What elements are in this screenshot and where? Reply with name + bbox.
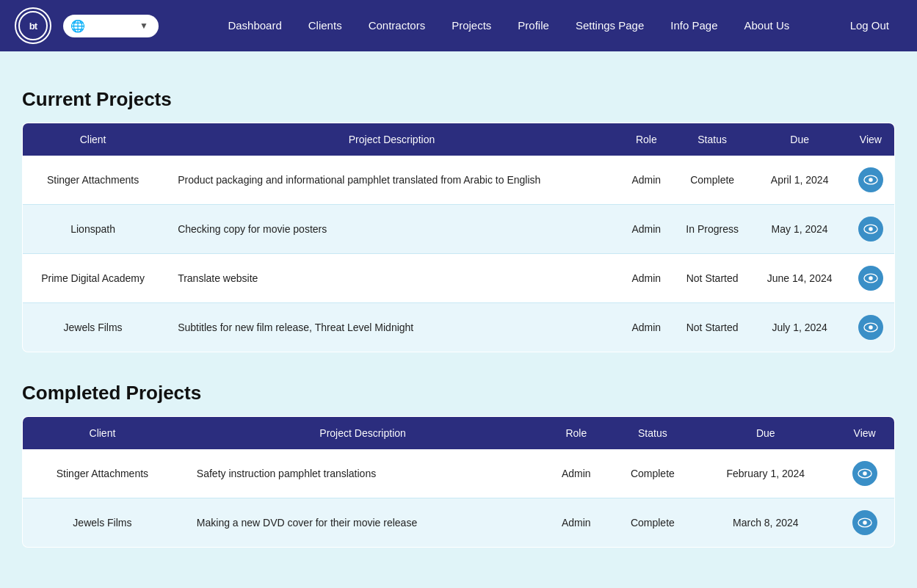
cell-due: June 14, 2024: [753, 254, 847, 303]
cell-status: Not Started: [673, 303, 753, 352]
current-projects-title: Current Projects: [22, 88, 895, 111]
cell-client: Stinger Attachments: [23, 449, 182, 498]
cell-description: Product packaging and informational pamp…: [163, 156, 620, 205]
view-button[interactable]: [852, 510, 877, 535]
svg-point-7: [869, 276, 872, 280]
svg-point-3: [869, 178, 872, 181]
cell-description: Safety instruction pamphlet translations: [182, 449, 543, 498]
nav-item-clients[interactable]: Clients: [295, 19, 355, 32]
col-view-c: View: [835, 417, 894, 450]
col-status: Status: [673, 123, 753, 156]
cell-role: Admin: [620, 156, 673, 205]
svg-point-13: [863, 520, 866, 524]
view-button[interactable]: [858, 167, 883, 192]
nav-link-settings[interactable]: Settings Page: [562, 19, 657, 32]
completed-table-header-row: Client Project Description Role Status D…: [23, 417, 895, 450]
nav-item-projects[interactable]: Projects: [438, 19, 504, 32]
cell-view[interactable]: [835, 498, 894, 548]
cell-view[interactable]: [847, 303, 895, 352]
nav-item-profile[interactable]: Profile: [504, 19, 562, 32]
current-table-header-row: Client Project Description Role Status D…: [23, 123, 895, 156]
view-button[interactable]: [858, 266, 883, 291]
cell-status: In Progress: [673, 205, 753, 254]
cell-description: Translate website: [163, 254, 620, 303]
cell-due: February 1, 2024: [696, 449, 835, 498]
cell-due: May 1, 2024: [753, 205, 847, 254]
chevron-down-icon: ▼: [139, 21, 148, 31]
nav-item-dashboard[interactable]: Dashboard: [214, 19, 294, 32]
cell-status: Complete: [609, 498, 696, 548]
col-view: View: [847, 123, 895, 156]
nav-link-info[interactable]: Info Page: [657, 19, 731, 32]
col-due: Due: [753, 123, 847, 156]
table-row: Stinger Attachments Product packaging an…: [23, 156, 895, 205]
cell-role: Admin: [620, 303, 673, 352]
nav-link-contractors[interactable]: Contractors: [355, 19, 439, 32]
nav-link-projects[interactable]: Projects: [438, 19, 504, 32]
cell-description: Subtitles for new film release, Threat L…: [163, 303, 620, 352]
cell-due: April 1, 2024: [753, 156, 847, 205]
cell-due: July 1, 2024: [753, 303, 847, 352]
table-row: Prime Digital Academy Translate website …: [23, 254, 895, 303]
cell-view[interactable]: [847, 156, 895, 205]
view-button[interactable]: [852, 461, 877, 486]
cell-status: Not Started: [673, 254, 753, 303]
completed-projects-table: Client Project Description Role Status D…: [22, 416, 895, 548]
cell-view[interactable]: [847, 254, 895, 303]
nav-link-clients[interactable]: Clients: [295, 19, 355, 32]
col-role-c: Role: [543, 417, 609, 450]
table-row: Jewels Films Subtitles for new film rele…: [23, 303, 895, 352]
svg-point-9: [869, 325, 872, 329]
cell-role: Admin: [620, 254, 673, 303]
cell-status: Complete: [673, 156, 753, 205]
cell-role: Admin: [543, 449, 609, 498]
nav-item-info[interactable]: Info Page: [657, 19, 731, 32]
nav-item-settings[interactable]: Settings Page: [562, 19, 657, 32]
cell-due: March 8, 2024: [696, 498, 835, 548]
logo: bt: [15, 7, 51, 44]
cell-view[interactable]: [847, 205, 895, 254]
table-row: Stinger Attachments Safety instruction p…: [23, 449, 895, 498]
col-client: Client: [23, 123, 164, 156]
logout-link[interactable]: Log Out: [837, 19, 902, 32]
col-due-c: Due: [696, 417, 835, 450]
table-row: Jewels Films Making a new DVD cover for …: [23, 498, 895, 548]
nav-menu: Dashboard Clients Contractors Projects P…: [181, 19, 837, 32]
current-projects-table: Client Project Description Role Status D…: [22, 123, 895, 352]
col-role: Role: [620, 123, 673, 156]
section-gap: [22, 352, 895, 367]
nav-link-dashboard[interactable]: Dashboard: [214, 19, 294, 32]
cell-role: Admin: [543, 498, 609, 548]
svg-point-11: [863, 471, 866, 475]
nav-link-about[interactable]: About Us: [731, 19, 803, 32]
cell-client: Prime Digital Academy: [23, 254, 164, 303]
cell-client: Jewels Films: [23, 303, 164, 352]
col-client-c: Client: [23, 417, 182, 450]
logout-nav-item[interactable]: Log Out: [837, 19, 902, 32]
globe-icon: 🌐: [70, 19, 85, 33]
cell-role: Admin: [620, 205, 673, 254]
navbar: bt 🌐 ▼ Dashboard Clients Contractors Pro…: [0, 0, 917, 51]
view-button[interactable]: [858, 217, 883, 242]
nav-item-about[interactable]: About Us: [731, 19, 803, 32]
completed-projects-title: Completed Projects: [22, 382, 895, 404]
table-row: Lionspath Checking copy for movie poster…: [23, 205, 895, 254]
cell-client: Stinger Attachments: [23, 156, 164, 205]
col-description: Project Description: [163, 123, 620, 156]
view-button[interactable]: [858, 315, 883, 340]
nav-item-contractors[interactable]: Contractors: [355, 19, 439, 32]
col-description-c: Project Description: [182, 417, 543, 450]
cell-client: Lionspath: [23, 205, 164, 254]
logo-icon: bt: [15, 7, 51, 44]
cell-status: Complete: [609, 449, 696, 498]
svg-text:bt: bt: [29, 21, 38, 32]
col-status-c: Status: [609, 417, 696, 450]
cell-client: Jewels Films: [23, 498, 182, 548]
cell-description: Making a new DVD cover for their movie r…: [182, 498, 543, 548]
cell-description: Checking copy for movie posters: [163, 205, 620, 254]
language-selector[interactable]: 🌐 ▼: [63, 15, 159, 37]
nav-link-profile[interactable]: Profile: [504, 19, 562, 32]
cell-view[interactable]: [835, 449, 894, 498]
main-content: Current Projects Client Project Descript…: [0, 51, 917, 570]
svg-point-5: [869, 227, 872, 231]
